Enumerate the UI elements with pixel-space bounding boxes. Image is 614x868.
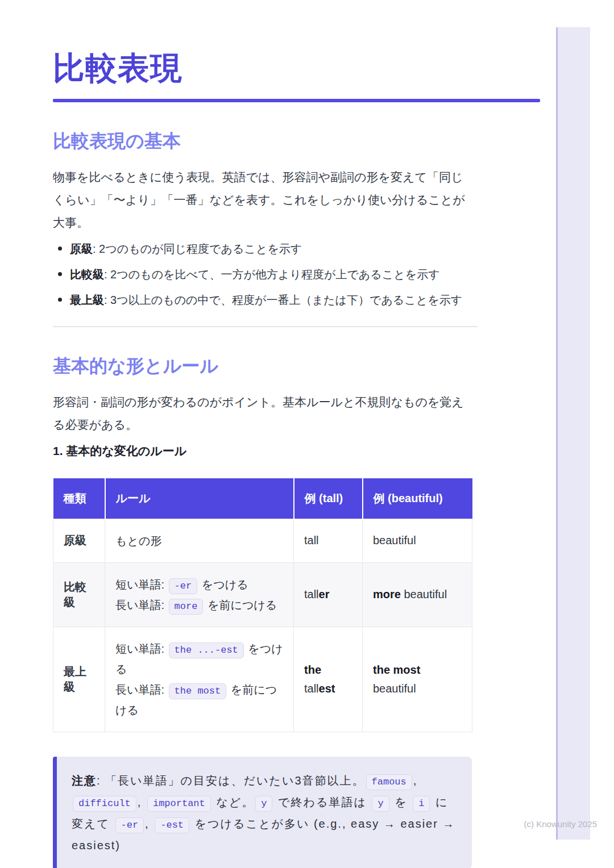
cell-line: tallest [304,679,352,698]
list-item: 原級: 2つのものが同じ程度であることを示す [53,241,485,257]
code-chip: y [255,796,272,812]
bullet-list: 原級: 2つのものが同じ程度であることを示す比較級: 2つのものを比べて、一方が… [53,241,485,308]
code-chip: famous [366,774,412,790]
text-segment: 長い単語: [115,683,168,696]
table-body: 原級もとの形tallbeautiful比較級短い単語: -er をつける長い単語… [53,519,472,732]
text-segment: を [391,796,412,808]
cell-line: 短い単語: the ...-est をつける [115,639,283,679]
text-segment: est [319,682,335,695]
cell-example-tall: taller [294,562,363,627]
bullet-dot [58,298,62,302]
cell-line: もとの形 [115,531,283,551]
table-header-cell: 例 (beautiful) [363,478,472,519]
text-segment: beautiful [373,682,416,695]
document-page: 比較表現 比較表現の基本 物事を比べるときに使う表現。英語では、形容詞や副詞の形… [0,0,614,868]
cell-line: 長い単語: the most を前につける [115,679,283,720]
code-chip: the ...-est [169,642,244,658]
text-segment: , [413,774,418,787]
text-segment: tall [304,534,319,546]
cell-line: tall [304,531,352,550]
bullet-dot [58,247,62,251]
text-segment: 長い単語: [115,599,168,611]
list-item: 最上級: 3つ以上のものの中で、程度が一番上（または下）であることを示す [53,292,485,308]
text-segment: tall [304,588,319,600]
table-row: 原級もとの形tallbeautiful [53,519,472,562]
text-segment: で終わる単語は [273,796,371,808]
footer-copyright: (c) Knowunity 2025 [524,819,597,829]
document-content: 比較表現 比較表現の基本 物事を比べるときに使う表現。英語では、形容詞や副詞の形… [53,0,565,868]
cell-line: beautiful [373,531,462,550]
cell-kind: 原級 [53,519,105,562]
code-chip: -er [169,578,198,594]
text-segment: , [138,796,146,808]
note-content: 注意: 「長い単語」の目安は、だいたい3音節以上。famous, difficu… [72,770,457,856]
table-header-cell: 例 (tall) [294,478,363,519]
intro-paragraph: 物事を比べるときに使う表現。英語では、形容詞や副詞の形を変えて「同じくらい」「〜… [53,166,474,234]
cell-example-tall: thetallest [294,627,363,732]
section-heading-rules: 基本的な形とルール [53,356,565,377]
code-chip: difficult [73,796,136,812]
code-chip: -er [115,817,144,833]
text-segment: をつける [198,578,248,591]
section-divider [53,326,478,327]
cell-line: taller [304,585,352,604]
text-segment: 注意 [72,774,97,787]
table-header-cell: ルール [105,478,294,519]
text-segment: the [304,663,321,676]
text-segment: the most [373,663,420,676]
cell-rule: 短い単語: -er をつける長い単語: more を前につける [105,562,294,627]
bullet-dot [58,272,62,276]
text-segment: 短い単語: [115,642,168,655]
scrollbar-track[interactable] [556,27,590,840]
text-segment: more [373,588,401,600]
text-segment: beautiful [401,588,447,600]
title-underline [53,99,540,102]
code-chip: y [372,796,389,812]
section-heading-basics: 比較表現の基本 [53,131,565,152]
table-header-row: 種類ルール例 (tall)例 (beautiful) [53,478,472,519]
cell-example-beautiful: beautiful [363,519,472,562]
table-row: 比較級短い単語: -er をつける長い単語: more を前につけるtaller… [53,562,472,627]
text-segment: もとの形 [115,535,161,547]
term-description: : 2つのものが同じ程度であることを示す [93,243,302,255]
code-chip: -est [155,817,189,833]
text-segment: , [145,817,154,830]
code-chip: important [147,796,211,812]
cell-line: beautiful [373,679,462,698]
cell-rule: 短い単語: the ...-est をつける長い単語: the most を前に… [105,627,294,732]
cell-example-beautiful: the mostbeautiful [363,627,472,732]
text-segment: を前につける [204,599,277,611]
cell-line: the [304,661,352,679]
text-segment: beautiful [373,534,416,546]
term-label: 原級 [70,243,93,255]
code-chip: i [413,796,430,812]
code-chip: the most [169,683,227,699]
term-description: : 2つのものを比べて、一方が他方より程度が上であることを示す [104,268,440,281]
cell-rule: もとの形 [105,519,294,562]
cell-kind: 比較級 [53,562,105,627]
note-box: 注意: 「長い単語」の目安は、だいたい3音節以上。famous, difficu… [53,757,472,868]
text-segment: er [319,588,330,600]
table-row: 最上級短い単語: the ...-est をつける長い単語: the most … [53,627,472,732]
list-item: 比較級: 2つのものを比べて、一方が他方より程度が上であることを示す [53,266,485,282]
text-segment: : 「長い単語」の目安は、だいたい3音節以上。 [97,774,365,787]
page-title: 比較表現 [53,50,565,86]
term-description: : 3つ以上のものの中で、程度が一番上（または下）であることを示す [104,294,462,306]
cell-kind: 最上級 [53,627,105,732]
table-header-cell: 種類 [53,478,105,519]
cell-example-tall: tall [294,519,363,562]
cell-line: 短い単語: -er をつける [115,574,283,595]
rules-intro-paragraph: 形容詞・副詞の形が変わるのがポイント。基本ルールと不規則なものを覚える必要がある… [53,391,474,436]
subsection-heading-basic-rules: 1. 基本的な変化のルール [53,444,565,458]
cell-example-beautiful: more beautiful [363,562,472,627]
term-label: 比較級 [70,268,104,281]
cell-line: the most [373,661,462,679]
rules-table: 種類ルール例 (tall)例 (beautiful) 原級もとの形tallbea… [53,478,472,732]
text-segment: 短い単語: [115,578,168,591]
cell-line: 長い単語: more を前につける [115,595,283,615]
code-chip: more [169,599,204,615]
text-segment: tall [304,682,319,695]
text-segment: など。 [212,796,255,808]
cell-line: more beautiful [373,585,462,604]
term-label: 最上級 [70,294,104,306]
